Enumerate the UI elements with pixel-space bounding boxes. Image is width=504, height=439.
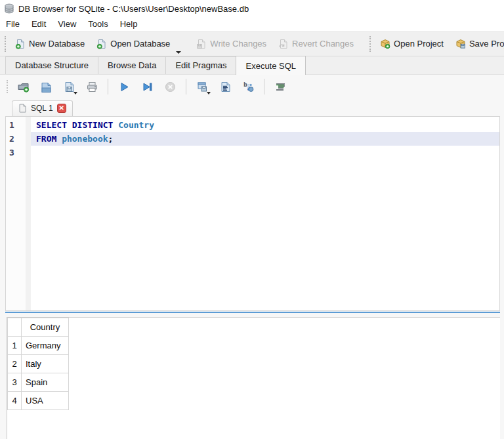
result-cell[interactable]: Germany xyxy=(22,337,69,355)
execute-all-icon xyxy=(118,81,131,93)
open-database-label: Open Database xyxy=(110,39,170,49)
open-sql-file-icon xyxy=(40,81,52,93)
sql-document-icon xyxy=(18,104,27,113)
results-pane: Country 1Germany2Italy3Spain4USA xyxy=(7,317,500,439)
stop-button[interactable] xyxy=(163,79,177,94)
window-title: DB Browser for SQLite - C:\Users\User\De… xyxy=(18,4,249,14)
tab-database-structure[interactable]: Database Structure xyxy=(5,56,98,74)
sql-tab-label: SQL 1 xyxy=(31,104,53,113)
search-document-button[interactable] xyxy=(218,79,232,94)
save-project-label: Save Project xyxy=(469,39,504,49)
menu-tools[interactable]: Tools xyxy=(82,18,114,30)
revert-changes-button[interactable]: Revert Changes xyxy=(272,35,360,52)
sql-tab-bar: SQL 1 ✕ xyxy=(5,98,500,116)
row-number-header xyxy=(8,318,22,337)
toolbar-drag-handle[interactable] xyxy=(5,36,6,52)
open-tab-icon xyxy=(17,81,30,93)
close-sql-tab-icon[interactable]: ✕ xyxy=(57,104,66,113)
new-database-label: New Database xyxy=(29,39,85,49)
sql-editor[interactable]: 123 SELECT DISTINCT CountryFROM phoneboo… xyxy=(5,116,500,311)
app-window: DB Browser for SQLite - C:\Users\User\De… xyxy=(0,0,504,439)
sql-toolbar: b a xyxy=(5,75,500,98)
table-row: 1Germany xyxy=(8,337,69,355)
open-database-dropdown-caret[interactable] xyxy=(176,51,181,54)
save-project-icon xyxy=(455,39,466,49)
editor-gutter: 123 xyxy=(6,117,26,310)
write-changes-icon xyxy=(196,39,207,49)
open-project-label: Open Project xyxy=(394,39,444,49)
revert-changes-icon xyxy=(278,39,289,49)
print-button[interactable] xyxy=(85,79,99,94)
revert-changes-label: Revert Changes xyxy=(292,39,354,49)
line-number: 2 xyxy=(9,132,26,146)
new-database-icon xyxy=(15,39,26,49)
editor-code[interactable]: SELECT DISTINCT CountryFROM phonebook; xyxy=(31,117,499,310)
sql-toolbar-separator xyxy=(264,79,264,94)
editor-fold-margin xyxy=(26,117,31,310)
result-cell[interactable]: Spain xyxy=(22,373,69,392)
code-line[interactable]: FROM phonebook; xyxy=(31,132,499,146)
table-row: 3Spain xyxy=(8,373,69,392)
code-line[interactable]: SELECT DISTINCT Country xyxy=(31,118,499,132)
execute-current-line-button[interactable] xyxy=(140,79,154,94)
toolbar-drag-handle[interactable] xyxy=(369,36,371,52)
row-number[interactable]: 1 xyxy=(8,337,22,355)
row-number[interactable]: 4 xyxy=(8,392,22,410)
results-body: 1Germany2Italy3Spain4USA xyxy=(8,337,69,410)
sql-toolbar-drag-handle[interactable] xyxy=(7,80,9,93)
write-changes-button[interactable]: Write Changes xyxy=(190,35,272,52)
print-icon xyxy=(86,81,98,93)
open-project-button[interactable]: Open Project xyxy=(374,35,450,52)
search-document-icon xyxy=(219,81,232,93)
open-project-icon xyxy=(380,39,390,49)
code-line[interactable] xyxy=(31,146,499,159)
open-tab-button[interactable] xyxy=(16,79,30,94)
row-number[interactable]: 2 xyxy=(8,355,22,373)
sql-toolbar-separator xyxy=(108,79,108,94)
export-results-button[interactable] xyxy=(195,79,209,94)
splitter-handle-line xyxy=(5,312,500,313)
format-sql-button[interactable] xyxy=(273,79,287,94)
sql-toolbar-separator xyxy=(186,79,186,94)
execute-current-line-icon xyxy=(141,81,154,93)
tab-execute-sql[interactable]: Execute SQL xyxy=(236,56,306,75)
app-database-icon xyxy=(4,3,14,14)
save-project-button[interactable]: Save Project xyxy=(450,35,504,52)
save-sql-file-button[interactable] xyxy=(62,79,76,94)
open-database-button[interactable]: Open Database xyxy=(91,35,176,52)
execute-all-button[interactable] xyxy=(117,79,131,94)
tab-edit-pragmas[interactable]: Edit Pragmas xyxy=(165,56,236,74)
menu-edit[interactable]: Edit xyxy=(26,18,52,30)
open-database-icon xyxy=(96,39,107,49)
find-replace-icon: b a xyxy=(242,81,255,93)
main-tab-bar: Database Structure Browse Data Edit Prag… xyxy=(0,56,504,75)
export-results-icon xyxy=(196,81,209,93)
menu-file[interactable]: File xyxy=(0,18,26,30)
table-row: 2Italy xyxy=(8,355,69,373)
row-number[interactable]: 3 xyxy=(8,373,22,392)
pane-splitter[interactable] xyxy=(5,311,500,317)
export-results-dropdown-caret[interactable] xyxy=(207,92,211,94)
execute-sql-page: b a xyxy=(0,75,504,439)
tab-browse-data[interactable]: Browse Data xyxy=(98,56,166,74)
title-bar: DB Browser for SQLite - C:\Users\User\De… xyxy=(0,0,504,17)
format-sql-icon xyxy=(274,81,287,93)
open-sql-file-button[interactable] xyxy=(39,79,53,94)
save-sql-file-icon xyxy=(63,81,75,93)
save-sql-dropdown-caret[interactable] xyxy=(74,92,77,94)
result-cell[interactable]: Italy xyxy=(22,355,69,373)
write-changes-label: Write Changes xyxy=(210,39,266,49)
stop-icon xyxy=(164,81,177,93)
new-database-button[interactable]: New Database xyxy=(9,35,91,52)
result-cell[interactable]: USA xyxy=(22,392,69,410)
column-header-country[interactable]: Country xyxy=(22,318,69,337)
menu-help[interactable]: Help xyxy=(114,18,144,30)
main-toolbar: New Database Open Database xyxy=(0,31,504,56)
line-number: 3 xyxy=(9,146,26,159)
find-replace-button[interactable]: b a xyxy=(241,79,255,94)
results-table: Country 1Germany2Italy3Spain4USA xyxy=(7,318,69,410)
menu-bar: File Edit View Tools Help xyxy=(0,17,504,31)
sql-tab[interactable]: SQL 1 ✕ xyxy=(12,100,73,116)
line-number: 1 xyxy=(9,118,26,132)
menu-view[interactable]: View xyxy=(52,18,82,30)
